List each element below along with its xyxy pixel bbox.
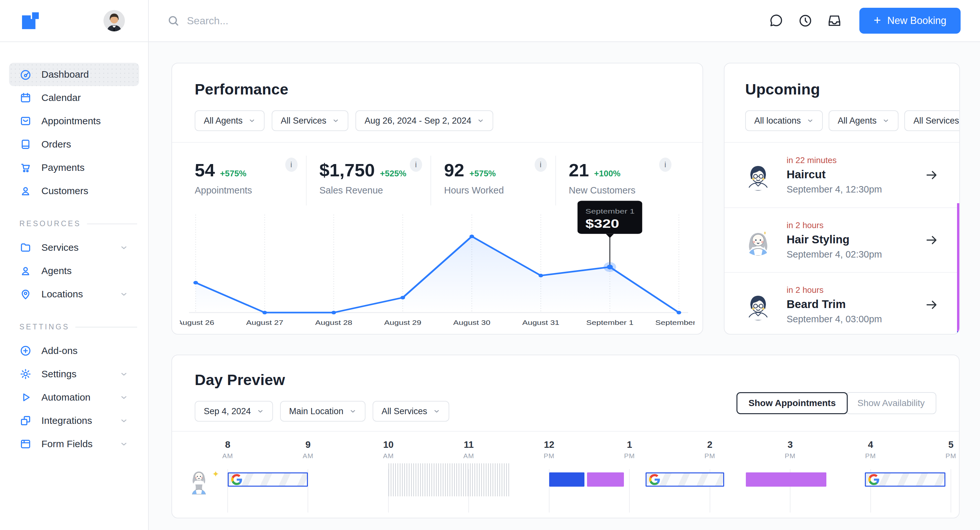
show-availability-toggle[interactable]: Show Availability (846, 392, 936, 414)
info-icon[interactable]: i (535, 158, 547, 172)
sidebar-item-locations[interactable]: Locations (9, 282, 139, 306)
chevron-down-icon (257, 408, 264, 415)
stat-label: Hours Worked (444, 185, 542, 196)
appointment-eta: in 2 hours (787, 285, 924, 295)
sidebar-item-agents[interactable]: Agents (9, 259, 139, 282)
info-icon[interactable]: i (410, 158, 422, 172)
user-avatar[interactable] (103, 10, 125, 31)
stat-value: $1,750 (320, 159, 375, 181)
stat-value: 21 (569, 159, 589, 181)
hour-gridline (951, 469, 951, 512)
stat-delta: +575% (469, 169, 496, 178)
calendar-icon (19, 92, 32, 104)
chevron-down-icon (332, 117, 339, 124)
day-preview-timeline[interactable]: ✦ 8AM9AM10AM11AM12PM1PM2PM3PM4PM5PM (228, 431, 951, 518)
topbar-left (0, 0, 149, 41)
svg-text:September 2: September 2 (655, 319, 695, 326)
sidebar-item-orders[interactable]: Orders (9, 133, 139, 156)
sidebar-item-automation[interactable]: Automation (9, 386, 139, 409)
sidebar-item-label: Form Fields (41, 438, 92, 449)
sidebar-item-appointments[interactable]: Appointments (9, 109, 139, 133)
app-logo-icon[interactable] (21, 12, 40, 30)
google-appointment-block[interactable] (646, 473, 724, 487)
settings-label: SETTINGS (19, 323, 70, 331)
info-icon[interactable]: i (285, 158, 298, 172)
appointment-info: in 2 hours Hair Styling September 4, 02:… (787, 220, 924, 260)
appointment-block[interactable] (549, 473, 584, 487)
app-root: + New Booking Dashboard Calendar (0, 0, 980, 530)
appointment-service: Haircut (787, 168, 924, 181)
chevron-down-icon (120, 244, 128, 252)
sidebar-item-label: Add-ons (41, 345, 78, 356)
arrow-right-icon[interactable] (924, 233, 939, 247)
sidebar-item-integrations[interactable]: Integrations (9, 409, 139, 432)
info-icon[interactable]: i (659, 158, 671, 172)
filter-value: All Agents (204, 116, 243, 126)
plus-circle-icon (19, 345, 32, 357)
sidebar-item-services[interactable]: Services (9, 236, 139, 259)
svg-text:$320: $320 (585, 217, 619, 230)
performance-chart[interactable]: September 1$320August 26August 27August … (180, 199, 695, 328)
sidebar-section-settings: SETTINGS (19, 323, 137, 331)
search-bar[interactable] (167, 14, 769, 27)
search-icon (167, 14, 180, 27)
performance-services-filter[interactable]: All Services (272, 110, 348, 131)
sidebar-item-calendar[interactable]: Calendar (9, 86, 139, 109)
day-preview-date-filter[interactable]: Sep 4, 2024 (195, 401, 273, 422)
sidebar-item-label: Agents (41, 265, 72, 276)
svg-text:August 26: August 26 (180, 319, 214, 326)
appointment-block[interactable] (587, 473, 624, 487)
sidebar-item-form-fields[interactable]: Form Fields (9, 432, 139, 455)
appointment-datetime: September 4, 12:30pm (787, 184, 924, 195)
upcoming-locations-filter[interactable]: All locations (745, 110, 823, 131)
sidebar-item-payments[interactable]: Payments (9, 156, 139, 179)
hour-label: 1PM (624, 439, 635, 460)
day-preview-location-filter[interactable]: Main Location (280, 401, 366, 422)
svg-text:September 1: September 1 (586, 319, 633, 326)
filter-value: Main Location (289, 406, 344, 416)
clock-icon[interactable] (798, 13, 813, 28)
arrow-right-icon[interactable] (924, 298, 939, 312)
topbar-icons (769, 13, 842, 28)
google-appointment-block[interactable] (228, 473, 308, 487)
topbar-main: + New Booking (149, 0, 980, 41)
stat-label: Sales Revenue (320, 185, 418, 196)
upcoming-item-hair-styling[interactable]: in 2 hours Hair Styling September 4, 02:… (724, 207, 959, 272)
svg-text:August 29: August 29 (384, 319, 422, 326)
upcoming-item-haircut[interactable]: in 22 minutes Haircut September 4, 12:30… (724, 143, 959, 207)
play-icon (19, 391, 32, 403)
show-appointments-toggle[interactable]: Show Appointments (737, 392, 848, 414)
stat-delta: +575% (220, 169, 247, 178)
hour-label: 12PM (544, 439, 555, 460)
google-appointment-block[interactable] (865, 473, 945, 487)
appointment-eta: in 2 hours (787, 220, 924, 231)
sidebar-item-dashboard[interactable]: Dashboard (9, 63, 139, 86)
sidebar: Dashboard Calendar Appointments Orders (0, 42, 149, 530)
appointment-datetime: September 4, 02:30pm (787, 249, 924, 260)
upcoming-services-filter[interactable]: All Services (904, 110, 960, 131)
dashboard-icon (19, 68, 32, 81)
sidebar-item-customers[interactable]: Customers (9, 179, 139, 202)
sidebar-item-add-ons[interactable]: Add-ons (9, 339, 139, 362)
unavailable-block[interactable] (388, 463, 509, 497)
chevron-down-icon (433, 408, 440, 415)
stat-delta: +100% (594, 169, 620, 178)
svg-text:September 1: September 1 (585, 207, 635, 215)
inbox-icon[interactable] (827, 13, 842, 28)
upcoming-agents-filter[interactable]: All Agents (829, 110, 899, 131)
chat-icon[interactable] (769, 13, 784, 28)
day-preview-services-filter[interactable]: All Services (372, 401, 449, 422)
performance-agents-filter[interactable]: All Agents (195, 110, 264, 131)
sidebar-item-label: Locations (41, 289, 83, 299)
new-booking-button[interactable]: + New Booking (859, 8, 961, 33)
performance-date-range-filter[interactable]: Aug 26, 2024 - Sep 2, 2024 (355, 110, 493, 131)
new-booking-label: New Booking (887, 15, 947, 27)
upcoming-scrollbar[interactable] (957, 203, 959, 334)
search-input[interactable] (187, 15, 381, 27)
upcoming-item-beard-trim[interactable]: in 2 hours Beard Trim September 4, 03:00… (724, 272, 959, 334)
sidebar-item-label: Integrations (41, 415, 92, 426)
appointment-block[interactable] (746, 473, 826, 487)
arrow-right-icon[interactable] (924, 168, 939, 182)
sidebar-item-settings[interactable]: Settings (9, 362, 139, 386)
svg-text:August 28: August 28 (315, 319, 352, 326)
